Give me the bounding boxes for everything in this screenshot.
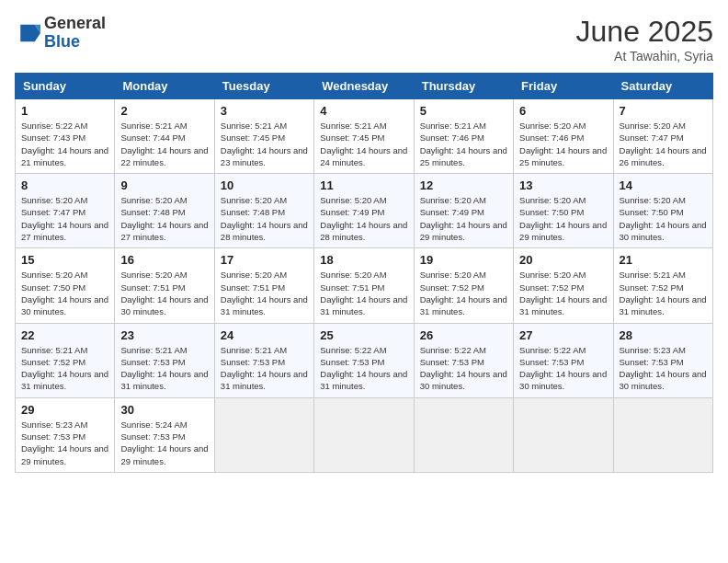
calendar-cell: 23Sunrise: 5:21 AM Sunset: 7:53 PM Dayli…	[115, 323, 214, 397]
day-number: 22	[21, 328, 108, 342]
day-info: Sunrise: 5:21 AM Sunset: 7:44 PM Dayligh…	[120, 120, 208, 168]
calendar-cell: 8Sunrise: 5:20 AM Sunset: 7:47 PM Daylig…	[16, 174, 115, 248]
day-info: Sunrise: 5:21 AM Sunset: 7:53 PM Dayligh…	[120, 344, 208, 393]
calendar-cell: 17Sunrise: 5:20 AM Sunset: 7:51 PM Dayli…	[214, 248, 313, 323]
day-info: Sunrise: 5:20 AM Sunset: 7:50 PM Dayligh…	[519, 194, 607, 243]
day-number: 11	[320, 178, 407, 192]
calendar-cell	[613, 397, 712, 472]
calendar-cell	[314, 397, 414, 472]
calendar-cell: 13Sunrise: 5:20 AM Sunset: 7:50 PM Dayli…	[514, 174, 613, 248]
weekday-header-row: SundayMondayTuesdayWednesdayThursdayFrid…	[16, 74, 713, 99]
day-info: Sunrise: 5:20 AM Sunset: 7:47 PM Dayligh…	[620, 120, 707, 168]
calendar-cell: 2Sunrise: 5:21 AM Sunset: 7:44 PM Daylig…	[115, 99, 214, 174]
weekday-header-wednesday: Wednesday	[314, 74, 414, 99]
day-number: 12	[420, 178, 507, 192]
day-info: Sunrise: 5:21 AM Sunset: 7:45 PM Dayligh…	[320, 120, 407, 168]
day-number: 10	[221, 178, 308, 192]
calendar-cell: 18Sunrise: 5:20 AM Sunset: 7:51 PM Dayli…	[314, 248, 414, 323]
day-number: 14	[620, 178, 707, 192]
location: At Tawahin, Syria	[576, 49, 713, 63]
day-info: Sunrise: 5:22 AM Sunset: 7:53 PM Dayligh…	[320, 344, 407, 393]
calendar-cell: 25Sunrise: 5:22 AM Sunset: 7:53 PM Dayli…	[314, 323, 414, 397]
logo-blue-text: Blue	[44, 33, 106, 52]
calendar-cell: 29Sunrise: 5:23 AM Sunset: 7:53 PM Dayli…	[16, 397, 115, 472]
logo-icon	[15, 20, 40, 46]
day-info: Sunrise: 5:20 AM Sunset: 7:52 PM Dayligh…	[420, 269, 507, 317]
logo: General Blue	[15, 15, 106, 52]
weekday-header-thursday: Thursday	[414, 74, 513, 99]
weekday-header-friday: Friday	[514, 74, 613, 99]
day-number: 3	[221, 104, 308, 118]
day-info: Sunrise: 5:23 AM Sunset: 7:53 PM Dayligh…	[620, 344, 707, 393]
day-number: 7	[620, 104, 707, 118]
week-row-2: 8Sunrise: 5:20 AM Sunset: 7:47 PM Daylig…	[16, 174, 713, 248]
calendar-cell: 30Sunrise: 5:24 AM Sunset: 7:53 PM Dayli…	[115, 397, 214, 472]
day-info: Sunrise: 5:22 AM Sunset: 7:53 PM Dayligh…	[519, 344, 607, 393]
day-number: 29	[21, 403, 108, 417]
day-info: Sunrise: 5:22 AM Sunset: 7:53 PM Dayligh…	[420, 344, 507, 393]
day-number: 9	[120, 178, 208, 192]
day-number: 2	[120, 104, 208, 118]
calendar-cell: 4Sunrise: 5:21 AM Sunset: 7:45 PM Daylig…	[314, 99, 414, 174]
day-number: 16	[120, 253, 208, 267]
day-info: Sunrise: 5:20 AM Sunset: 7:49 PM Dayligh…	[320, 194, 407, 243]
calendar-cell: 19Sunrise: 5:20 AM Sunset: 7:52 PM Dayli…	[414, 248, 513, 323]
calendar-cell: 26Sunrise: 5:22 AM Sunset: 7:53 PM Dayli…	[414, 323, 513, 397]
calendar-cell: 27Sunrise: 5:22 AM Sunset: 7:53 PM Dayli…	[514, 323, 613, 397]
weekday-header-tuesday: Tuesday	[214, 74, 313, 99]
day-info: Sunrise: 5:21 AM Sunset: 7:52 PM Dayligh…	[620, 269, 707, 317]
calendar-cell: 1Sunrise: 5:22 AM Sunset: 7:43 PM Daylig…	[16, 99, 115, 174]
day-number: 20	[519, 253, 607, 267]
calendar-cell: 28Sunrise: 5:23 AM Sunset: 7:53 PM Dayli…	[613, 323, 712, 397]
day-number: 19	[420, 253, 507, 267]
day-number: 18	[320, 253, 407, 267]
calendar-cell: 24Sunrise: 5:21 AM Sunset: 7:53 PM Dayli…	[214, 323, 313, 397]
day-info: Sunrise: 5:24 AM Sunset: 7:53 PM Dayligh…	[120, 419, 208, 467]
calendar-cell: 5Sunrise: 5:21 AM Sunset: 7:46 PM Daylig…	[414, 99, 513, 174]
day-info: Sunrise: 5:20 AM Sunset: 7:50 PM Dayligh…	[620, 194, 707, 243]
week-row-3: 15Sunrise: 5:20 AM Sunset: 7:50 PM Dayli…	[16, 248, 713, 323]
week-row-5: 29Sunrise: 5:23 AM Sunset: 7:53 PM Dayli…	[16, 397, 713, 472]
weekday-header-sunday: Sunday	[16, 74, 115, 99]
calendar-cell: 9Sunrise: 5:20 AM Sunset: 7:48 PM Daylig…	[115, 174, 214, 248]
calendar-cell: 11Sunrise: 5:20 AM Sunset: 7:49 PM Dayli…	[314, 174, 414, 248]
calendar-cell: 21Sunrise: 5:21 AM Sunset: 7:52 PM Dayli…	[613, 248, 712, 323]
calendar-cell: 6Sunrise: 5:20 AM Sunset: 7:46 PM Daylig…	[514, 99, 613, 174]
day-info: Sunrise: 5:21 AM Sunset: 7:53 PM Dayligh…	[221, 344, 308, 393]
day-number: 23	[120, 328, 208, 342]
day-number: 1	[21, 104, 108, 118]
day-info: Sunrise: 5:21 AM Sunset: 7:52 PM Dayligh…	[21, 344, 108, 393]
day-info: Sunrise: 5:20 AM Sunset: 7:50 PM Dayligh…	[21, 269, 108, 317]
day-info: Sunrise: 5:20 AM Sunset: 7:52 PM Dayligh…	[519, 269, 607, 317]
week-row-4: 22Sunrise: 5:21 AM Sunset: 7:52 PM Dayli…	[16, 323, 713, 397]
title-area: June 2025 At Tawahin, Syria	[576, 15, 713, 63]
day-number: 27	[519, 328, 607, 342]
day-info: Sunrise: 5:20 AM Sunset: 7:51 PM Dayligh…	[120, 269, 208, 317]
day-number: 8	[21, 178, 108, 192]
calendar-cell: 16Sunrise: 5:20 AM Sunset: 7:51 PM Dayli…	[115, 248, 214, 323]
day-info: Sunrise: 5:20 AM Sunset: 7:46 PM Dayligh…	[519, 120, 607, 168]
day-number: 26	[420, 328, 507, 342]
week-row-1: 1Sunrise: 5:22 AM Sunset: 7:43 PM Daylig…	[16, 99, 713, 174]
weekday-header-saturday: Saturday	[613, 74, 712, 99]
day-number: 5	[420, 104, 507, 118]
day-number: 28	[620, 328, 707, 342]
calendar-cell: 15Sunrise: 5:20 AM Sunset: 7:50 PM Dayli…	[16, 248, 115, 323]
calendar-cell: 14Sunrise: 5:20 AM Sunset: 7:50 PM Dayli…	[613, 174, 712, 248]
day-info: Sunrise: 5:20 AM Sunset: 7:51 PM Dayligh…	[221, 269, 308, 317]
day-info: Sunrise: 5:20 AM Sunset: 7:47 PM Dayligh…	[21, 194, 108, 243]
calendar-cell: 22Sunrise: 5:21 AM Sunset: 7:52 PM Dayli…	[16, 323, 115, 397]
calendar-cell: 20Sunrise: 5:20 AM Sunset: 7:52 PM Dayli…	[514, 248, 613, 323]
day-info: Sunrise: 5:20 AM Sunset: 7:51 PM Dayligh…	[320, 269, 407, 317]
day-number: 6	[519, 104, 607, 118]
day-number: 13	[519, 178, 607, 192]
day-number: 30	[120, 403, 208, 417]
calendar-cell: 10Sunrise: 5:20 AM Sunset: 7:48 PM Dayli…	[214, 174, 313, 248]
day-info: Sunrise: 5:21 AM Sunset: 7:46 PM Dayligh…	[420, 120, 507, 168]
calendar-table: SundayMondayTuesdayWednesdayThursdayFrid…	[15, 73, 713, 473]
day-number: 4	[320, 104, 407, 118]
day-info: Sunrise: 5:20 AM Sunset: 7:48 PM Dayligh…	[221, 194, 308, 243]
day-info: Sunrise: 5:23 AM Sunset: 7:53 PM Dayligh…	[21, 419, 108, 467]
day-number: 25	[320, 328, 407, 342]
calendar-cell	[214, 397, 313, 472]
